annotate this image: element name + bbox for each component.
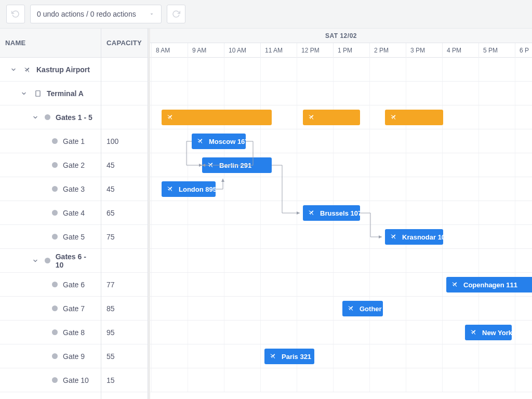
- flight-task[interactable]: Krasnodar 10: [385, 229, 443, 245]
- tree-row-label: Gate 3: [63, 185, 85, 193]
- dot-icon: [45, 114, 50, 120]
- tree-row-termA[interactable]: Terminal A: [0, 82, 101, 105]
- redo-icon: [172, 10, 180, 18]
- plane-icon: [451, 280, 459, 289]
- hour-tick: 11 AM: [260, 43, 283, 58]
- timeline-lane-gate10[interactable]: [150, 368, 532, 392]
- plane-icon: [470, 328, 478, 337]
- tree-row-gate2[interactable]: Gate 2: [0, 153, 101, 177]
- tree-row-label: Terminal A: [47, 89, 84, 98]
- plane-icon: [308, 113, 316, 122]
- tree-row-label: Gate 1: [63, 137, 85, 145]
- tree-row-label: Gate 5: [63, 233, 85, 241]
- dot-icon: [52, 305, 58, 311]
- undo-icon: [11, 10, 20, 18]
- expand-toggle[interactable]: [20, 89, 28, 98]
- summary-task[interactable]: [303, 110, 360, 125]
- timeline-lane-gate1[interactable]: Moscow 167: [150, 129, 532, 153]
- timeline-hours: 8 AM9 AM10 AM11 AM12 PM1 PM2 PM3 PM4 PM5…: [150, 43, 532, 58]
- timeline-lane-termA[interactable]: [150, 82, 532, 105]
- undo-button[interactable]: [6, 5, 25, 23]
- timeline-lane-g1-5[interactable]: [150, 105, 532, 129]
- capacity-cell-gate8: 95: [101, 321, 148, 344]
- timeline-date: SAT 12/02: [150, 29, 532, 43]
- plane-icon: [308, 208, 316, 218]
- undo-history-dropdown[interactable]: 0 undo actions / 0 redo actions: [30, 5, 162, 23]
- flight-task-label: Copenhagen 111: [463, 281, 517, 289]
- timeline-lane-gate9[interactable]: Paris 321: [150, 344, 532, 368]
- tree-row-label: Gate 7: [63, 304, 85, 313]
- flight-task[interactable]: London 895: [162, 181, 216, 197]
- plane-icon: [270, 352, 277, 361]
- tree-row-gate7[interactable]: Gate 7: [0, 297, 101, 321]
- expand-toggle[interactable]: [31, 257, 39, 265]
- tree-row-gate10[interactable]: Gate 10: [0, 368, 101, 392]
- dot-icon: [52, 282, 58, 287]
- tree-row-label: Kastrup Airport: [36, 65, 90, 74]
- plane-icon: [348, 304, 355, 313]
- column-header-name-label: NAME: [5, 39, 25, 47]
- dot-icon: [52, 234, 58, 240]
- flight-task[interactable]: Copenhagen 111: [446, 277, 532, 292]
- capacity-cell-gate2: 45: [101, 153, 148, 177]
- flight-task-label: Berlin 291: [219, 162, 251, 169]
- expand-toggle[interactable]: [31, 113, 39, 122]
- hour-tick: 12 PM: [297, 43, 320, 58]
- capacity-cell-gate4: 65: [101, 201, 148, 225]
- timeline-lane-gate4[interactable]: Brussels 107: [150, 201, 532, 225]
- summary-task[interactable]: [162, 110, 272, 125]
- flight-task[interactable]: Brussels 107: [303, 205, 360, 221]
- tree-row-gate6[interactable]: Gate 6: [0, 273, 101, 297]
- tree-row-gate8[interactable]: Gate 8: [0, 321, 101, 344]
- tree-row-gate1[interactable]: Gate 1: [0, 129, 101, 153]
- timeline-lane-gate3[interactable]: London 895: [150, 177, 532, 201]
- tree-row-g6-10[interactable]: Gates 6 - 10: [0, 249, 101, 273]
- summary-task[interactable]: [385, 110, 443, 125]
- timeline-lane-gate6[interactable]: Copenhagen 111: [150, 273, 532, 297]
- flight-task-label: Paris 321: [282, 353, 311, 361]
- redo-button[interactable]: [167, 5, 185, 23]
- flight-task[interactable]: Berlin 291: [202, 157, 272, 173]
- dot-icon: [52, 210, 58, 216]
- column-header-capacity-label: CAPACITY: [107, 39, 142, 47]
- timeline-date-label: SAT 12/02: [325, 32, 357, 39]
- dot-icon: [52, 353, 58, 359]
- flight-task[interactable]: Moscow 167: [192, 134, 246, 149]
- flight-task-label: Gother: [360, 305, 382, 313]
- timeline-header: SAT 12/02 8 AM9 AM10 AM11 AM12 PM1 PM2 P…: [148, 29, 532, 58]
- tree-row-label: Gate 2: [63, 161, 85, 169]
- hour-tick: 8 AM: [151, 43, 170, 58]
- timeline-lane-airport[interactable]: [150, 58, 532, 82]
- timeline-lane-gate2[interactable]: Berlin 291: [150, 153, 532, 177]
- plane-icon: [197, 137, 205, 146]
- flight-task[interactable]: Gother: [342, 301, 383, 316]
- timeline-lane-gate5[interactable]: Krasnodar 10: [150, 225, 532, 249]
- tree-row-label: Gate 9: [63, 352, 85, 361]
- tree-row-label: Gates 1 - 5: [56, 113, 92, 122]
- flight-task[interactable]: New York: [465, 325, 512, 340]
- terminal-icon: [33, 89, 43, 98]
- timeline-lane-gate7[interactable]: Gother: [150, 297, 532, 321]
- tree-row-gate9[interactable]: Gate 9: [0, 344, 101, 368]
- tree-row-airport[interactable]: Kastrup Airport: [0, 58, 101, 82]
- flight-task-label: Moscow 167: [209, 138, 246, 145]
- tree-row-gate3[interactable]: Gate 3: [0, 177, 101, 201]
- tree-row-g1-5[interactable]: Gates 1 - 5: [0, 105, 101, 129]
- timeline-body[interactable]: Moscow 167Berlin 291London 895Brussels 1…: [148, 58, 532, 399]
- tree-row-label: Gate 6: [63, 281, 85, 289]
- tree-row-gate4[interactable]: Gate 4: [0, 201, 101, 225]
- capacity-cell-gate7: 85: [101, 297, 148, 321]
- flight-task-label: New York: [482, 329, 512, 337]
- capacity-cell-g1-5: [101, 105, 148, 129]
- timeline-lane-g6-10[interactable]: [150, 249, 532, 273]
- flight-task[interactable]: Paris 321: [264, 349, 314, 364]
- column-header-name[interactable]: NAME: [0, 29, 101, 58]
- column-header-capacity[interactable]: CAPACITY: [101, 29, 148, 58]
- hour-tick: 10 AM: [224, 43, 246, 58]
- hour-tick: 9 AM: [188, 43, 206, 58]
- timeline-lane-gate8[interactable]: New York: [150, 321, 532, 344]
- expand-toggle[interactable]: [9, 65, 18, 74]
- plane-icon: [167, 184, 175, 194]
- tree-row-gate5[interactable]: Gate 5: [0, 225, 101, 249]
- capacity-cell-g6-10: [101, 249, 148, 273]
